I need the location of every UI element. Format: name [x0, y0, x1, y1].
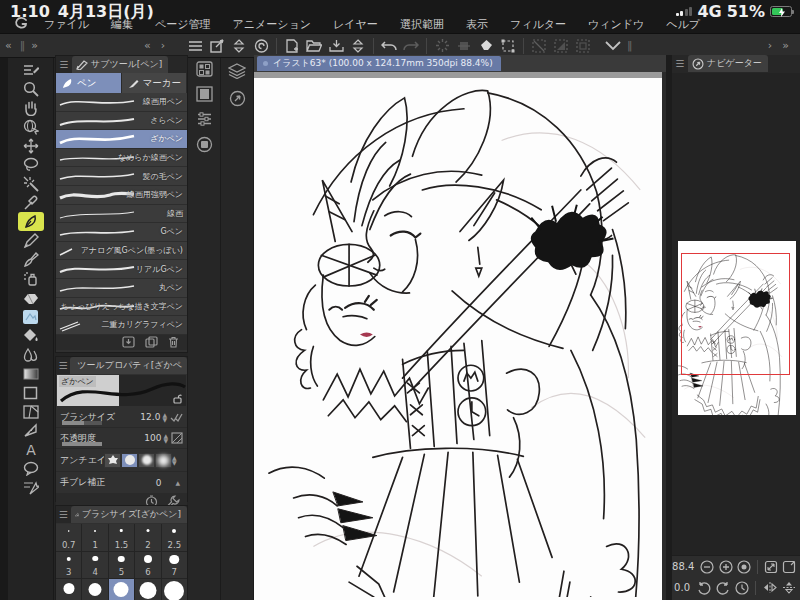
brush-size-stepper[interactable]: ▲▼: [162, 412, 167, 422]
fill-tool-icon[interactable]: [18, 326, 44, 345]
size-cell-selected[interactable]: [109, 579, 134, 600]
menu-selection[interactable]: 選択範囲: [389, 17, 455, 32]
new-canvas-icon[interactable]: [281, 37, 303, 55]
transform-icon[interactable]: [497, 37, 519, 55]
refresh-icon[interactable]: [431, 37, 453, 55]
ruler-tool-icon[interactable]: [18, 421, 44, 440]
airbrush-tool-icon[interactable]: [18, 269, 44, 288]
list-item-pen[interactable]: 髪の毛ペン: [56, 167, 187, 186]
size-cell[interactable]: 1.5: [109, 524, 134, 551]
list-item-pen[interactable]: 線画用ペン: [56, 93, 187, 112]
tool-settings-panel-icon[interactable]: [196, 111, 213, 127]
flip-horizontal-button[interactable]: [762, 580, 777, 595]
blend-tool-icon[interactable]: [18, 345, 44, 364]
brush-size-settings-icon[interactable]: [170, 411, 183, 423]
open-file-icon[interactable]: [303, 37, 325, 55]
zoom-out-button[interactable]: [700, 559, 714, 574]
brush-size-menu-icon[interactable]: ☰: [56, 509, 71, 520]
size-cell[interactable]: 4: [82, 552, 107, 579]
opacity-settings-icon[interactable]: [171, 432, 183, 444]
subtool-menu-icon[interactable]: ☰: [56, 59, 72, 70]
line-correct-tool-icon[interactable]: [18, 478, 44, 497]
hand-tool-icon[interactable]: [18, 98, 44, 117]
right-collapse-icon[interactable]: ›: [763, 39, 777, 52]
rotate-left-button[interactable]: [696, 580, 711, 595]
material-panel-icon[interactable]: [196, 61, 213, 77]
menu-window[interactable]: ウィンドウ: [577, 17, 655, 32]
size-cell[interactable]: [162, 579, 187, 600]
collapse-left-icon[interactable]: «: [0, 39, 17, 52]
eraser-tool-icon[interactable]: [18, 288, 44, 307]
rotate-right-button[interactable]: [715, 580, 730, 595]
size-cell[interactable]: [135, 579, 160, 600]
navigator-menu-icon[interactable]: ☰: [672, 58, 688, 69]
opacity-value[interactable]: 100: [144, 433, 161, 443]
list-item-pen[interactable]: アナログ風Gペン(墨っぽい): [56, 242, 187, 261]
redo-icon[interactable]: [400, 37, 422, 55]
size-cell[interactable]: 7: [162, 552, 187, 579]
subtool-panel-title-tab[interactable]: サブツール[ペン]: [72, 56, 168, 73]
size-cell[interactable]: [82, 579, 107, 600]
fit-screen-button[interactable]: [764, 559, 778, 574]
list-item-pen[interactable]: ちょっぴりえっちな描き文字ペン: [56, 298, 187, 317]
undo-icon[interactable]: [378, 37, 400, 55]
tab-close-icon[interactable]: [262, 60, 269, 67]
snap-icon[interactable]: [453, 37, 475, 55]
tab-marker[interactable]: マーカー: [122, 73, 188, 93]
color-circle-panel-icon[interactable]: [196, 136, 213, 153]
navigator-title-tab[interactable]: ナビゲーター: [688, 55, 768, 72]
size-cell[interactable]: 2.5: [162, 524, 187, 551]
tab-pen[interactable]: ペン: [56, 73, 122, 93]
move-layer-tool-icon[interactable]: [18, 136, 44, 155]
tool-property-title-tab[interactable]: ツールプロパティ[ざかペ: [70, 357, 187, 374]
pen-tool-icon[interactable]: [18, 212, 44, 231]
menu-help[interactable]: ヘルプ: [655, 17, 711, 32]
antialias-strong[interactable]: [155, 453, 172, 468]
flip-vertical-button[interactable]: [781, 580, 796, 595]
antialias-stepper[interactable]: ▲▼: [172, 455, 177, 465]
list-item-pen[interactable]: 線画: [56, 205, 187, 224]
save-icon[interactable]: [325, 37, 347, 55]
layers-panel-icon[interactable]: [228, 63, 246, 79]
tool-property-menu-icon[interactable]: ☰: [56, 360, 70, 371]
eyedropper-tool-icon[interactable]: [18, 193, 44, 212]
stabilization-row[interactable]: 手ブレ補正 0 ▲: [56, 472, 187, 493]
select-area-icon[interactable]: [572, 37, 594, 55]
size-cell[interactable]: 0.7: [56, 524, 81, 551]
menu-filter[interactable]: フィルター: [499, 17, 577, 32]
gradient-tool-icon[interactable]: [18, 364, 44, 383]
brush-size-value[interactable]: 12.0: [140, 412, 160, 422]
opacity-row[interactable]: 不透明度 100 ▲▼: [56, 428, 187, 449]
decoration-tool-icon[interactable]: [18, 307, 44, 326]
timeline-panel-icon[interactable]: [196, 86, 213, 102]
figure-tool-icon[interactable]: [18, 383, 44, 402]
import-subtool-icon[interactable]: [122, 336, 135, 348]
canvas-paper[interactable]: [254, 72, 662, 600]
main-menu-icon[interactable]: [184, 37, 206, 55]
antialias-weak[interactable]: [121, 453, 138, 468]
frame-border-tool-icon[interactable]: [18, 402, 44, 421]
list-item-pen-selected[interactable]: ざかペン: [56, 130, 187, 149]
menu-page-manage[interactable]: ページ管理: [144, 17, 222, 32]
navigator-panel-icon[interactable]: [229, 90, 246, 107]
duplicate-subtool-icon[interactable]: [145, 336, 158, 348]
lock-icon[interactable]: [172, 393, 183, 404]
list-item-pen[interactable]: さらペン: [56, 112, 187, 131]
fill-diamond-icon[interactable]: [475, 37, 497, 55]
swap-updown-icon[interactable]: [228, 37, 250, 55]
size-cell[interactable]: 5: [109, 552, 134, 579]
right-expand-icon[interactable]: »: [777, 39, 794, 52]
selection-lasso-tool-icon[interactable]: [18, 155, 44, 174]
toolbar-collapse-icon[interactable]: [602, 37, 624, 55]
deselect-icon[interactable]: [528, 37, 550, 55]
navigator-thumbnail[interactable]: [678, 241, 796, 415]
balloon-tool-icon[interactable]: [18, 459, 44, 478]
reset-rotation-button[interactable]: [734, 580, 749, 595]
stabilization-expand-icon[interactable]: ▲: [175, 480, 180, 485]
antialias-middle[interactable]: [138, 453, 155, 468]
opacity-stepper[interactable]: ▲▼: [163, 433, 168, 443]
zoom-100-button[interactable]: [737, 559, 751, 574]
brush-size-title-tab[interactable]: ブラシサイズ[ざかペン]: [71, 506, 187, 523]
brush-tool-icon[interactable]: [18, 250, 44, 269]
panel-expand-icon[interactable]: ›: [156, 39, 170, 52]
